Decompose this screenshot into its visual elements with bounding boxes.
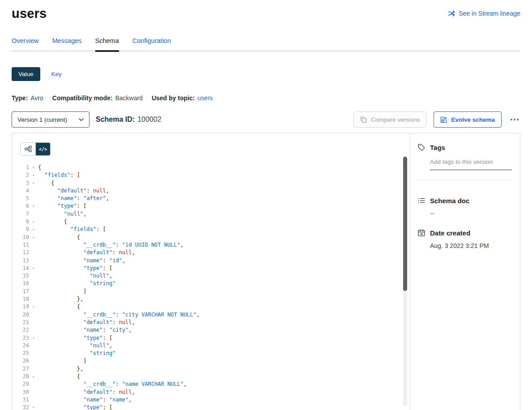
- tree-view-button[interactable]: [21, 143, 35, 155]
- version-actions: Compare versions Evolve schema ⋯: [353, 111, 520, 128]
- stream-lineage-link[interactable]: See in Stream lineage: [448, 10, 520, 17]
- list-icon: [417, 196, 426, 205]
- date-created-section: Date created Aug. 3 2022 3:21 PM: [417, 229, 512, 249]
- used-by-topic-label: Used by topic:: [152, 94, 195, 102]
- page-title: users: [12, 6, 47, 21]
- code-line-text: "type": [: [38, 404, 112, 410]
- stream-lineage-icon: [448, 10, 455, 17]
- compare-icon: [360, 116, 367, 123]
- key-toggle-button[interactable]: Key: [45, 67, 68, 81]
- code-view-button[interactable]: </>: [35, 143, 50, 155]
- code-line: 20 "__crdb__": "city VARCHAR NOT NULL",: [12, 311, 410, 319]
- line-number: 1: [12, 164, 29, 171]
- fold-toggle-icon[interactable]: ▾: [29, 303, 38, 311]
- fold-toggle-icon[interactable]: ▾: [29, 234, 38, 241]
- code-line: 29 "__crdb__": "name VARCHAR NULL",: [12, 380, 410, 388]
- code-line-text: "default": null,: [38, 187, 109, 195]
- tag-icon: [417, 143, 426, 151]
- tab-messages[interactable]: Messages: [52, 37, 81, 50]
- fold-toggle-icon[interactable]: ▾: [29, 334, 38, 342]
- value-toggle-button[interactable]: Value: [12, 67, 40, 81]
- code-line-text: },: [38, 295, 83, 303]
- code-line-text: {: [38, 373, 80, 380]
- evolve-schema-label: Evolve schema: [451, 116, 495, 123]
- fold-toggle-icon[interactable]: ▾: [29, 164, 38, 171]
- tags-input[interactable]: [430, 156, 512, 170]
- version-select[interactable]: Version 1 (current): [12, 111, 89, 128]
- code-line-text: "name": "id",: [38, 257, 125, 265]
- code-line: 22 "name": "city",: [12, 326, 410, 334]
- scrollbar-thumb[interactable]: [403, 157, 407, 291]
- value-key-toggle: Value Key: [12, 67, 520, 81]
- code-line: 21 "default": null,: [12, 319, 410, 326]
- schema-id-value: 100002: [137, 115, 161, 124]
- edit-icon: [440, 116, 447, 123]
- more-options-button[interactable]: ⋯: [509, 115, 520, 124]
- stream-lineage-label: See in Stream lineage: [459, 10, 520, 17]
- line-number: 23: [12, 334, 29, 342]
- tab-schema[interactable]: Schema: [95, 37, 119, 50]
- code-line-text: ]: [38, 288, 86, 295]
- code-line-text: },: [38, 365, 83, 373]
- compare-versions-button[interactable]: Compare versions: [353, 111, 427, 128]
- tab-overview[interactable]: Overview: [12, 37, 38, 50]
- fold-toggle-icon[interactable]: ▾: [29, 202, 38, 210]
- line-number: 25: [12, 350, 29, 357]
- fold-spacer: [29, 326, 38, 334]
- line-number: 2: [12, 171, 29, 179]
- fold-toggle-icon[interactable]: ▾: [29, 218, 38, 226]
- fold-spacer: [29, 350, 38, 357]
- fold-toggle-icon[interactable]: ▾: [29, 179, 38, 187]
- fold-toggle-icon[interactable]: ▾: [29, 404, 38, 410]
- code-line: 2▾ "fields": [: [12, 171, 410, 179]
- schema-doc-section: Schema doc --: [417, 196, 512, 217]
- tab-configuration[interactable]: Configuration: [132, 37, 171, 50]
- fold-spacer: [29, 241, 38, 249]
- version-toolbar: Version 1 (current) Schema ID: 100002 Co…: [12, 111, 520, 128]
- evolve-schema-button[interactable]: Evolve schema: [434, 111, 502, 128]
- line-number: 14: [12, 265, 29, 272]
- details-sidebar: Tags Schema doc --: [410, 133, 520, 410]
- code-line-text: "__crdb__": "name VARCHAR NULL",: [38, 380, 187, 388]
- code-line: 17 ]: [12, 288, 410, 295]
- code-line-text: "type": [: [38, 334, 112, 342]
- code-line-text: {: [38, 179, 54, 187]
- schema-panel: </> 1▾{2▾ "fields": [3▾ {4 "default": nu…: [12, 133, 520, 410]
- code-line: 10▾ {: [12, 234, 410, 241]
- calendar-icon: [417, 229, 426, 237]
- code-line-text: ]: [38, 357, 86, 365]
- code-view-icon: </>: [39, 147, 47, 152]
- code-line-text: "fields": [: [38, 171, 80, 179]
- code-line: 6▾ "type": [: [12, 202, 410, 210]
- code-line-text: "fields": [: [38, 226, 106, 233]
- code-line: 23▾ "type": [: [12, 334, 410, 342]
- scrollbar-track[interactable]: [403, 156, 407, 406]
- fold-toggle-icon[interactable]: ▾: [29, 171, 38, 179]
- code-line: 32▾ "type": [: [12, 404, 410, 410]
- schema-doc-value: --: [430, 210, 512, 217]
- version-select-value: Version 1 (current): [17, 116, 67, 123]
- code-line: 7 "null",: [12, 210, 410, 218]
- code-line: 31 "name": "name",: [12, 396, 410, 404]
- code-editor-lines[interactable]: 1▾{2▾ "fields": [3▾ {4 "default": null,5…: [12, 164, 410, 410]
- fold-spacer: [29, 272, 38, 280]
- tags-section: Tags: [417, 143, 512, 180]
- fold-toggle-icon[interactable]: ▾: [29, 373, 38, 380]
- line-number: 10: [12, 234, 29, 241]
- fold-toggle-icon[interactable]: ▾: [29, 265, 38, 272]
- line-number: 13: [12, 257, 29, 265]
- compare-versions-label: Compare versions: [371, 116, 420, 123]
- code-line-text: "type": [: [38, 265, 112, 272]
- date-created-title: Date created: [430, 229, 470, 237]
- code-line-text: {: [38, 218, 67, 226]
- code-line: 14▾ "type": [: [12, 265, 410, 272]
- fold-spacer: [29, 249, 38, 256]
- fold-toggle-icon[interactable]: ▾: [29, 226, 38, 233]
- topic-link[interactable]: users: [197, 94, 213, 102]
- code-line: 12 "default": null,: [12, 249, 410, 256]
- code-line: 16 "string": [12, 280, 410, 287]
- line-number: 7: [12, 210, 29, 218]
- fold-spacer: [29, 389, 38, 396]
- code-line: 30 "default": null,: [12, 389, 410, 396]
- tab-bar: Overview Messages Schema Configuration: [12, 37, 520, 52]
